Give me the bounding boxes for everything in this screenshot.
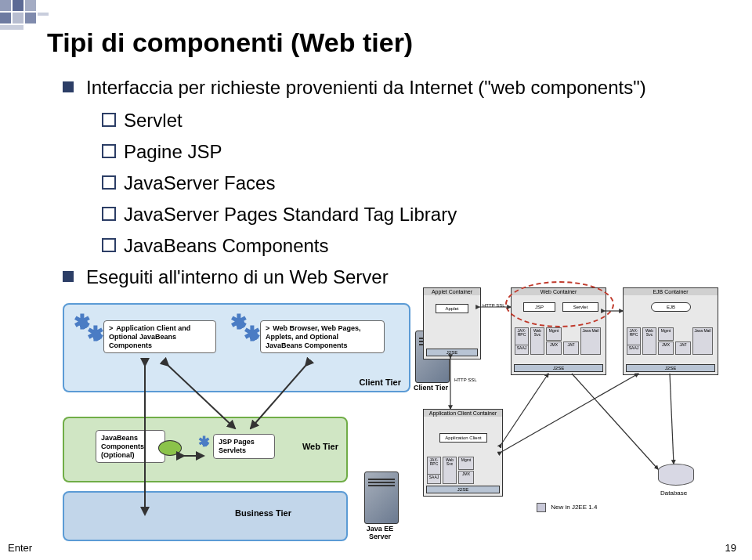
svg-line-7 (501, 374, 548, 444)
diagram-right: Applet Container Applet J2SE Web Contain… (423, 287, 721, 546)
arrow-icon (423, 287, 721, 522)
bullet-sub-3: JavaServer Faces (102, 169, 721, 197)
diagram-left: > Application Client and Optional JavaBe… (55, 303, 462, 560)
svg-line-10 (670, 374, 674, 464)
svg-line-9 (572, 374, 658, 469)
corner-decoration (0, 0, 78, 39)
bullet-main-1: Interfaccia per richieste provenienti da… (63, 74, 721, 102)
diagram-area: > Application Client and Optional JavaBe… (47, 303, 721, 560)
bullet-sub-1: Servlet (102, 107, 721, 135)
page-title: Tipi di componenti (Web tier) (47, 27, 721, 58)
svg-line-1 (168, 366, 235, 428)
bullet-sub-4: JavaServer Pages Standard Tag Library (102, 201, 721, 229)
footer-page-number: 19 (725, 542, 736, 554)
bullet-sub-5: JavaBeans Components (102, 232, 721, 260)
arrow-icon (55, 303, 462, 554)
bullet-sub-2: Pagine JSP (102, 138, 721, 166)
bullet-list: Interfaccia per richieste provenienti da… (63, 74, 721, 291)
footer: Enter 19 (8, 542, 736, 554)
footer-left: Enter (8, 542, 32, 554)
svg-line-2 (251, 366, 306, 428)
